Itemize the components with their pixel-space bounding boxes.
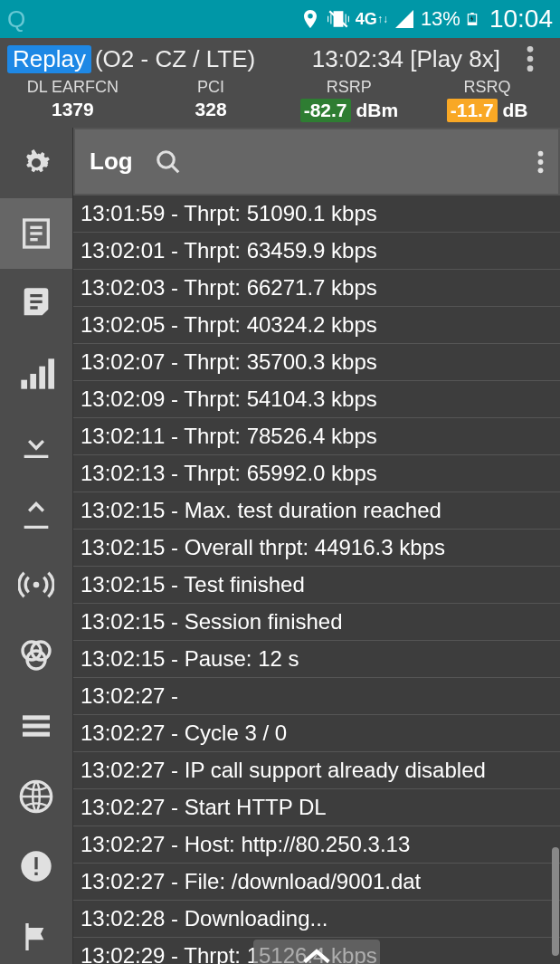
sidebar (0, 128, 72, 964)
log-entry[interactable]: 13:02:07 - Thrpt: 35700.3 kbps (73, 344, 560, 381)
sidebar-item-upload[interactable] (0, 480, 72, 550)
battery-percentage: 13% (421, 7, 460, 31)
expand-up-handle[interactable] (253, 940, 380, 964)
log-entry[interactable]: 13:02:27 - IP call support already disab… (73, 752, 560, 789)
replay-badge[interactable]: Replay (7, 45, 91, 73)
svg-point-30 (538, 167, 544, 173)
status-app-glyph: Q (7, 5, 25, 33)
android-status-bar: Q 4G↑↓ 13% 10:04 (0, 0, 560, 38)
log-entry[interactable]: 13:02:01 - Thrpt: 63459.9 kbps (73, 233, 560, 270)
sidebar-item-globe[interactable] (0, 761, 72, 832)
replay-timestamp: 13:02:34 [Play 8x] (312, 45, 508, 73)
log-entry[interactable]: 13:02:28 - Downloading... (73, 901, 560, 938)
log-panel-header: Log (73, 128, 560, 196)
log-entry[interactable]: 13:02:27 - Host: http://80.250.3.13 (73, 826, 560, 864)
svg-point-5 (527, 56, 534, 62)
log-entry[interactable]: 13:01:59 - Thrpt: 51090.1 kbps (73, 196, 560, 233)
svg-rect-13 (39, 367, 45, 389)
log-entry[interactable]: 13:02:03 - Thrpt: 66271.7 kbps (73, 270, 560, 307)
sidebar-item-notes[interactable] (0, 269, 72, 339)
sidebar-item-overlap[interactable] (0, 620, 72, 691)
log-entry[interactable]: 13:02:05 - Thrpt: 40324.2 kbps (73, 307, 560, 344)
svg-rect-20 (23, 723, 50, 728)
svg-rect-25 (34, 873, 37, 875)
log-overflow-menu[interactable] (537, 149, 544, 175)
signal-icon (394, 8, 415, 30)
log-entry[interactable]: 13:02:27 - (73, 678, 560, 715)
metric-pci: PCI 328 (146, 78, 277, 122)
svg-rect-2 (468, 23, 476, 25)
svg-line-27 (171, 165, 178, 172)
sidebar-item-alert[interactable] (0, 832, 72, 902)
search-icon[interactable] (155, 148, 182, 176)
battery-charging-icon (466, 7, 479, 31)
vibrate-icon (327, 7, 350, 31)
header-overflow-menu[interactable] (508, 44, 553, 73)
svg-point-29 (538, 159, 544, 165)
log-entry[interactable]: 13:02:13 - Thrpt: 65992.0 kbps (73, 455, 560, 492)
svg-rect-3 (470, 13, 474, 14)
status-clock: 10:04 (489, 5, 553, 33)
sidebar-item-antenna[interactable] (0, 550, 72, 621)
svg-rect-12 (30, 374, 36, 389)
svg-rect-11 (21, 380, 27, 389)
metric-rsrq: RSRQ -11.7 dB (422, 78, 553, 122)
metric-rsrp: RSRP -82.7 dBm (284, 78, 415, 122)
log-entry[interactable]: 13:02:11 - Thrpt: 78526.4 kbps (73, 418, 560, 455)
sidebar-item-list[interactable] (0, 691, 72, 761)
log-entry[interactable]: 13:02:27 - Cycle 3 / 0 (73, 715, 560, 752)
svg-rect-14 (48, 358, 54, 388)
sidebar-item-settings[interactable] (0, 128, 72, 198)
sidebar-item-flag[interactable] (0, 902, 72, 964)
svg-point-28 (538, 150, 544, 156)
app-header: Replay (O2 - CZ / LTE) 13:02:34 [Play 8x… (0, 38, 560, 128)
svg-point-15 (33, 582, 40, 588)
svg-rect-21 (23, 732, 50, 737)
sidebar-item-signal[interactable] (0, 339, 72, 409)
sidebar-item-log[interactable] (0, 198, 72, 269)
scrollbar-thumb[interactable] (552, 847, 559, 956)
log-entry[interactable]: 13:02:09 - Thrpt: 54104.3 kbps (73, 381, 560, 418)
log-title: Log (90, 148, 133, 176)
svg-point-6 (527, 65, 534, 72)
log-entry[interactable]: 13:02:15 - Overall thrpt: 44916.3 kbps (73, 530, 560, 567)
svg-point-26 (157, 151, 174, 167)
svg-rect-19 (23, 715, 50, 720)
log-entry[interactable]: 13:02:15 - Session finished (73, 604, 560, 641)
network-type-label: 4G↑↓ (356, 13, 388, 25)
log-entry[interactable]: 13:02:15 - Max. test duration reached (73, 492, 560, 530)
svg-point-4 (527, 46, 534, 52)
log-entry[interactable]: 13:02:27 - File: /download/9001.dat (73, 864, 560, 901)
log-entry[interactable]: 13:02:27 - Start HTTP DL (73, 789, 560, 826)
log-entry[interactable]: 13:02:15 - Test finished (73, 567, 560, 604)
network-info: (O2 - CZ / LTE) (95, 45, 255, 73)
svg-rect-24 (34, 857, 37, 869)
log-entry[interactable]: 13:02:15 - Pause: 12 s (73, 641, 560, 678)
log-list[interactable]: 13:01:59 - Thrpt: 51090.1 kbps13:02:01 -… (73, 196, 560, 964)
sidebar-item-download[interactable] (0, 409, 72, 480)
metric-earfcn: DL EARFCN 1379 (7, 78, 138, 122)
location-icon (299, 8, 321, 30)
